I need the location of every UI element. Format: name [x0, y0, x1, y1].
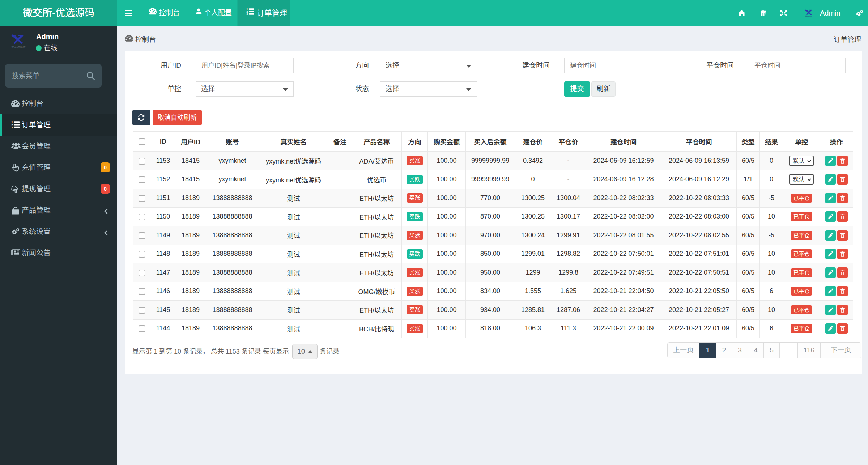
svg-text:优选源码库: 优选源码库	[805, 15, 812, 17]
svg-text:3: 3	[247, 13, 248, 15]
svg-text:1: 1	[247, 8, 248, 10]
svg-text:3: 3	[12, 126, 13, 128]
svg-text:优选源码库: 优选源码库	[11, 45, 26, 49]
svg-text:2: 2	[247, 10, 248, 13]
